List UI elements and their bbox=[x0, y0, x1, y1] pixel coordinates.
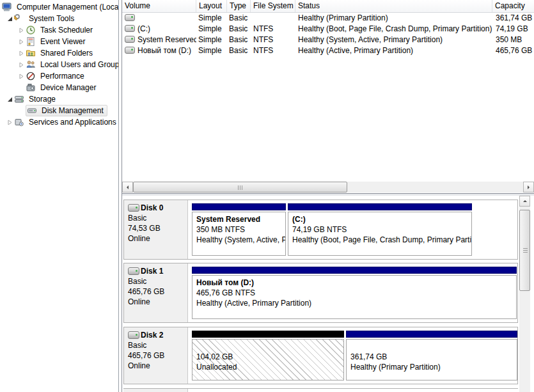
tree-item-event-viewer[interactable]: Event Viewer bbox=[0, 36, 118, 47]
volume-fs: NTFS bbox=[251, 35, 295, 45]
disk-0-label[interactable]: Disk 0 Basic 74,53 GB Online bbox=[124, 200, 188, 259]
disk-size: 74,53 GB bbox=[128, 223, 187, 233]
horizontal-scrollbar[interactable] bbox=[122, 182, 534, 192]
partition-unallocated[interactable]: 104,02 GB Unallocated bbox=[192, 331, 344, 380]
primary-partition-bar bbox=[192, 267, 517, 274]
disk-type: Basic bbox=[128, 276, 187, 286]
expander-collapsed-icon[interactable] bbox=[17, 72, 26, 81]
volume-layout: Simple bbox=[196, 45, 227, 56]
expander-expanded-icon[interactable] bbox=[5, 14, 14, 23]
system-tools-icon bbox=[14, 13, 24, 24]
tree-item-task-scheduler[interactable]: Task Scheduler bbox=[0, 24, 118, 36]
disk-1-label[interactable]: Disk 1 Basic 465,76 GB Online bbox=[124, 263, 188, 322]
disk-row-1: Disk 1 Basic 465,76 GB Online Новый том … bbox=[123, 263, 518, 323]
tree-item-performance[interactable]: Performance bbox=[0, 70, 118, 82]
selected-tree-item: Disk Management bbox=[26, 105, 107, 116]
tree-item-label: Services and Applications bbox=[27, 117, 118, 127]
volume-status: Healthy (System, Active, Primary Partiti… bbox=[295, 35, 492, 45]
tree-item-device-manager[interactable]: Device Manager bbox=[0, 82, 118, 93]
expander-collapsed-icon[interactable] bbox=[17, 60, 26, 69]
partition-capacity: 465,76 GB NTFS bbox=[196, 288, 516, 298]
primary-partition-bar bbox=[288, 203, 472, 210]
tree-item-storage[interactable]: Storage bbox=[0, 93, 118, 105]
horizontal-scrollbar-thumb[interactable] bbox=[133, 182, 347, 192]
expander-expanded-icon[interactable] bbox=[5, 95, 14, 104]
partition-system-reserved[interactable]: System Reserved 350 MB NTFS Healthy (Sys… bbox=[192, 203, 286, 256]
disk-row-2: Disk 2 Basic 465,76 GB Online 104,02 GB … bbox=[123, 327, 518, 384]
tree-item-label: Event Viewer bbox=[38, 36, 87, 47]
disk-type: Basic bbox=[128, 340, 187, 350]
disk-state: Online bbox=[128, 233, 187, 244]
tree-item-computer-management[interactable]: Computer Management (Local bbox=[0, 1, 118, 13]
tree-item-label: Performance bbox=[38, 71, 86, 81]
partition-c-drive[interactable]: (C:) 74,19 GB NTFS Healthy (Boot, Page F… bbox=[288, 203, 472, 256]
tree-item-label: System Tools bbox=[27, 13, 76, 24]
tree-item-system-tools[interactable]: System Tools bbox=[0, 13, 118, 24]
volume-layout: Simple bbox=[196, 24, 227, 35]
volume-fs: NTFS bbox=[251, 24, 295, 35]
partition-capacity: 350 MB NTFS bbox=[196, 224, 285, 235]
scroll-right-button[interactable] bbox=[523, 182, 534, 192]
volume-icon bbox=[125, 36, 135, 43]
expander-collapsed-icon[interactable] bbox=[17, 37, 26, 46]
volume-status: Healthy (Active, Primary Partition) bbox=[295, 45, 492, 56]
partition-healthy[interactable]: 361,74 GB Healthy (Primary Partition) bbox=[346, 331, 517, 380]
column-header-volume[interactable]: Volume bbox=[122, 0, 196, 12]
partition-status: Healthy (System, Active, Primary Partiti… bbox=[196, 235, 285, 245]
expander-collapsed-icon[interactable] bbox=[17, 49, 26, 58]
tree-item-disk-management[interactable]: Disk Management bbox=[0, 105, 118, 116]
expander-placeholder bbox=[17, 106, 26, 115]
partition-name: Новый том (D:) bbox=[196, 278, 516, 288]
tree-item-label: Task Scheduler bbox=[38, 25, 95, 35]
volume-icon bbox=[125, 47, 135, 54]
users-icon bbox=[26, 59, 36, 70]
volume-capacity: 465,76 GB bbox=[492, 45, 534, 56]
partition-capacity: 361,74 GB bbox=[350, 352, 517, 362]
tree-item-label: Local Users and Groups bbox=[38, 59, 119, 70]
column-header-status[interactable]: Status bbox=[295, 0, 492, 12]
volume-status: Healthy (Primary Partition) bbox=[295, 13, 492, 24]
column-header-file-system[interactable]: File System bbox=[251, 0, 295, 12]
disk-2-label[interactable]: Disk 2 Basic 465,76 GB Online bbox=[124, 327, 188, 384]
column-header-capacity[interactable]: Capacity bbox=[492, 0, 534, 12]
volume-capacity: 361,74 GB bbox=[492, 13, 534, 24]
volume-row[interactable]: System Reserved Simple Basic NTFS Health… bbox=[122, 35, 534, 45]
clock-icon bbox=[26, 25, 36, 35]
expander-collapsed-icon[interactable] bbox=[5, 118, 14, 127]
vertical-scrollbar-thumb[interactable] bbox=[519, 210, 530, 291]
disk-name: Disk 0 bbox=[141, 203, 163, 213]
volume-row[interactable]: Новый том (D:) Simple Basic NTFS Healthy… bbox=[122, 45, 534, 56]
tree-item-label: Computer Management (Local bbox=[15, 2, 119, 12]
volume-layout: Simple bbox=[196, 35, 227, 45]
console-tree: Computer Management (Local System Tools … bbox=[0, 0, 119, 392]
tree-item-label: Storage bbox=[27, 94, 58, 104]
partition-status: Healthy (Boot, Page File, Crash Dump, Pr… bbox=[292, 235, 471, 245]
partition-d-drive[interactable]: Новый том (D:) 465,76 GB NTFS Healthy (A… bbox=[192, 267, 517, 319]
disk-name: Disk 1 bbox=[141, 266, 163, 276]
scroll-up-button[interactable] bbox=[519, 196, 530, 207]
vertical-scrollbar[interactable] bbox=[519, 196, 530, 392]
expander-placeholder bbox=[17, 83, 26, 92]
disk-name: Disk 2 bbox=[141, 330, 163, 340]
volume-capacity: 74,19 GB bbox=[492, 24, 534, 35]
partition-name bbox=[196, 341, 343, 352]
volume-row[interactable]: Simple Basic Healthy (Primary Partition)… bbox=[122, 13, 534, 24]
column-header-layout[interactable]: Layout bbox=[196, 0, 227, 12]
disk-0-graph: System Reserved 350 MB NTFS Healthy (Sys… bbox=[192, 203, 516, 256]
arrow-up-icon bbox=[523, 198, 527, 202]
tree-item-local-users-and-groups[interactable]: Local Users and Groups bbox=[0, 59, 118, 70]
partition-capacity: 74,19 GB NTFS bbox=[292, 224, 471, 235]
expander-collapsed-icon[interactable] bbox=[17, 26, 26, 35]
volume-row[interactable]: (C:) Simple Basic NTFS Healthy (Boot, Pa… bbox=[122, 24, 534, 35]
volume-list-panel: Volume Layout Type File System Status Ca… bbox=[122, 0, 534, 193]
tree-item-services-and-applications[interactable]: Services and Applications bbox=[0, 116, 118, 128]
arrow-left-icon bbox=[125, 185, 129, 189]
tree-item-shared-folders[interactable]: Shared Folders bbox=[0, 47, 118, 59]
volume-name: System Reserved bbox=[137, 35, 196, 44]
tree-item-label: Disk Management bbox=[40, 106, 106, 116]
partition-capacity: 104,02 GB bbox=[196, 352, 343, 362]
column-header-type[interactable]: Type bbox=[227, 0, 251, 12]
tree-item-label: Device Manager bbox=[38, 82, 98, 93]
volume-layout: Simple bbox=[196, 13, 227, 24]
scroll-left-button[interactable] bbox=[122, 182, 133, 192]
